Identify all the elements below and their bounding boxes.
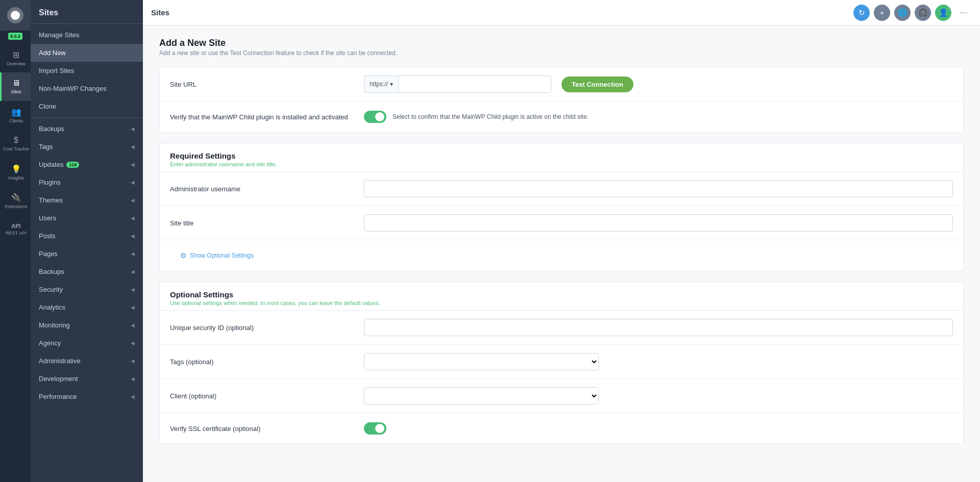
optional-settings-subtitle: Use optional settings when needed. In mo…: [170, 300, 953, 306]
backups-arrow: ◀: [131, 126, 135, 132]
security-arrow: ◀: [131, 287, 135, 292]
nav-api[interactable]: API REST API: [0, 215, 31, 244]
api-icon: API: [11, 223, 20, 229]
verify-plugin-control: Select to confirm that the MainWP Child …: [364, 111, 953, 123]
sidebar-item-administrative[interactable]: Administrative ◀: [31, 352, 143, 370]
posts-arrow: ◀: [131, 233, 135, 239]
sidebar-item-backups2[interactable]: Backups ◀: [31, 263, 143, 281]
add-button[interactable]: +: [874, 5, 890, 21]
required-settings-title: Required Settings: [170, 151, 953, 160]
sidebar-item-monitoring[interactable]: Monitoring ◀: [31, 316, 143, 334]
headphones-button[interactable]: 🎧: [915, 5, 931, 21]
topbar-title: Sites: [151, 8, 169, 17]
nav-cost-tracker[interactable]: $ Cost Tracker: [0, 130, 31, 158]
sidebar-item-posts[interactable]: Posts ◀: [31, 227, 143, 245]
nav-sites[interactable]: 🖥 Sites: [0, 72, 31, 101]
site-title-input[interactable]: [364, 214, 953, 232]
required-settings-header: Required Settings Enter administrator us…: [160, 143, 963, 172]
site-title-control: [364, 214, 953, 232]
protocol-select[interactable]: https:// ▾: [364, 75, 398, 93]
sidebar-item-analytics[interactable]: Analytics ◀: [31, 298, 143, 316]
content-area: Add a New Site Add a new site or use the…: [143, 26, 980, 482]
themes-arrow: ◀: [131, 197, 135, 203]
refresh-button[interactable]: ↻: [853, 5, 870, 21]
admin-username-row: Administrator username: [160, 172, 963, 206]
tags-control: [364, 353, 953, 370]
sidebar-item-import-sites[interactable]: Import Sites: [31, 62, 143, 80]
nav-overview[interactable]: ⊞ Overview: [0, 44, 31, 72]
version-badge: 5.0.2: [8, 33, 22, 40]
nav-insights[interactable]: 💡 Insights: [0, 158, 31, 187]
page-subtitle: Add a new site or use the Test Connectio…: [159, 49, 964, 57]
app-logo: [0, 0, 31, 31]
optional-settings-title: Optional Settings: [170, 290, 953, 299]
administrative-arrow: ◀: [131, 358, 135, 364]
performance-arrow: ◀: [131, 394, 135, 399]
required-settings-subtitle: Enter administrator username and site ti…: [170, 161, 953, 167]
development-arrow: ◀: [131, 376, 135, 382]
tags-arrow: ◀: [131, 144, 135, 149]
more-button[interactable]: ···: [955, 5, 972, 21]
url-input-wrapper: https:// ▾: [364, 75, 551, 93]
test-connection-button[interactable]: Test Connection: [561, 77, 633, 92]
sidebar-item-agency[interactable]: Agency ◀: [31, 334, 143, 352]
icon-bar: 5.0.2 ⊞ Overview 🖥 Sites 👥 Clients $ Cos…: [0, 0, 31, 482]
sidebar-item-performance[interactable]: Performance ◀: [31, 388, 143, 405]
backups2-arrow: ◀: [131, 269, 135, 274]
overview-icon: ⊞: [13, 50, 19, 60]
admin-username-label: Administrator username: [170, 185, 364, 193]
verify-plugin-label: Verify that the MainWP Child plugin is i…: [170, 113, 364, 121]
nav-cost-tracker-label: Cost Tracker: [3, 146, 29, 152]
user-button[interactable]: 👤: [935, 5, 951, 21]
client-select[interactable]: [364, 387, 599, 404]
client-row: Client (optional): [160, 379, 963, 413]
security-id-control: [364, 319, 953, 336]
optional-link-label: Show Optional Settings: [190, 252, 254, 259]
show-optional-link[interactable]: ⚙ Show Optional Settings: [170, 245, 264, 266]
nav-extensions-label: Extensions: [5, 204, 27, 210]
sidebar-item-pages[interactable]: Pages ◀: [31, 245, 143, 263]
sidebar-item-backups[interactable]: Backups ◀: [31, 120, 143, 138]
sidebar-item-clone[interactable]: Clone: [31, 97, 143, 115]
sidebar-title: Sites: [31, 0, 143, 24]
security-id-label: Unique security ID (optional): [170, 324, 364, 332]
ssl-toggle[interactable]: [364, 422, 386, 435]
tags-select[interactable]: [364, 353, 599, 370]
insights-icon: 💡: [11, 164, 21, 174]
protocol-chevron: ▾: [390, 81, 393, 88]
users-arrow: ◀: [131, 215, 135, 221]
tags-label: Tags (optional): [170, 358, 364, 366]
nav-overview-label: Overview: [7, 61, 26, 67]
topbar: Sites ↻ + 🌐 🎧 👤 ···: [143, 0, 980, 26]
nav-api-label: REST API: [6, 231, 26, 236]
updates-arrow: ◀: [131, 162, 135, 167]
nav-clients[interactable]: 👥 Clients: [0, 101, 31, 130]
client-control: [364, 387, 953, 404]
sidebar-item-themes[interactable]: Themes ◀: [31, 191, 143, 209]
site-title-label: Site title: [170, 219, 364, 227]
sidebar-item-add-new[interactable]: Add New: [31, 44, 143, 62]
site-url-control: https:// ▾ Test Connection: [364, 75, 953, 93]
tags-row: Tags (optional): [160, 345, 963, 379]
cost-tracker-icon: $: [14, 136, 18, 145]
sidebar-item-development[interactable]: Development ◀: [31, 370, 143, 388]
verify-plugin-row: Verify that the MainWP Child plugin is i…: [160, 102, 963, 132]
ssl-control: [364, 422, 953, 435]
verify-toggle-text: Select to confirm that the MainWP Child …: [393, 113, 589, 120]
site-url-input[interactable]: [398, 75, 551, 93]
sidebar-item-security[interactable]: Security ◀: [31, 281, 143, 298]
sidebar-item-non-mainwp[interactable]: Non-MainWP Changes: [31, 80, 143, 97]
sidebar-item-manage-sites[interactable]: Manage Sites: [31, 26, 143, 44]
admin-username-input[interactable]: [364, 180, 953, 197]
sidebar-item-plugins[interactable]: Plugins ◀: [31, 173, 143, 191]
verify-toggle[interactable]: [364, 111, 386, 123]
sidebar-item-updates[interactable]: Updates 118 ◀: [31, 156, 143, 173]
sidebar-item-users[interactable]: Users ◀: [31, 209, 143, 227]
security-id-input[interactable]: [364, 319, 953, 336]
plugins-arrow: ◀: [131, 180, 135, 185]
optional-settings-section: Optional Settings Use optional settings …: [159, 282, 964, 444]
globe-button[interactable]: 🌐: [894, 5, 911, 21]
pages-arrow: ◀: [131, 251, 135, 257]
nav-extensions[interactable]: 🔌 Extensions: [0, 187, 31, 215]
sidebar-item-tags[interactable]: Tags ◀: [31, 138, 143, 156]
